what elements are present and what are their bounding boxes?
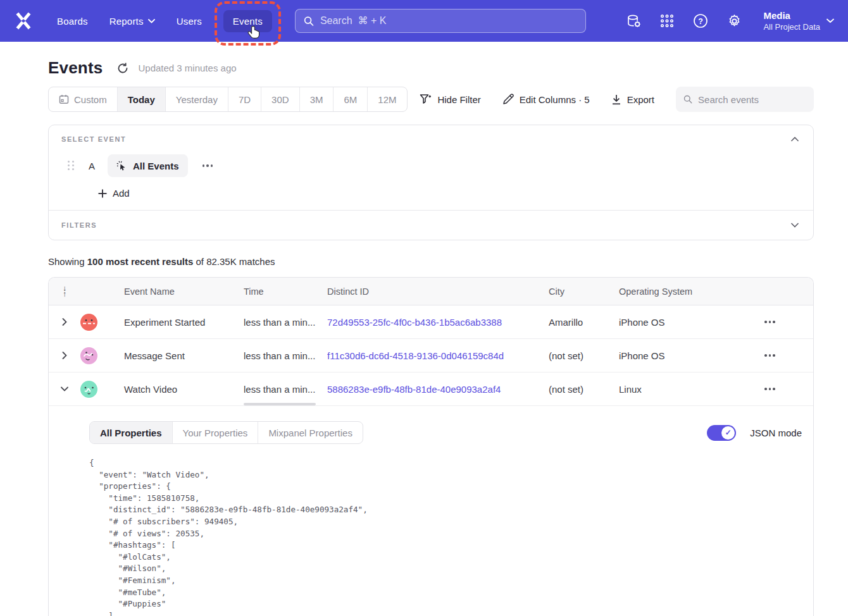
chevron-down-icon: [791, 223, 799, 228]
cell-time: less than a min...: [244, 350, 327, 361]
filters-section[interactable]: FILTERS: [49, 210, 813, 240]
global-search-input[interactable]: [320, 15, 577, 27]
table-row-expanded[interactable]: Watch Video less than a min... 5886283e-…: [49, 373, 813, 406]
hide-filter-button[interactable]: Hide Filter: [420, 94, 480, 105]
date-range-custom[interactable]: Custom: [49, 87, 117, 111]
tab-all-properties[interactable]: All Properties: [90, 422, 172, 443]
table-toolbar: Hide Filter Edit Columns · 5 Export: [420, 87, 814, 112]
event-json-view: { "event": "Watch Video", "properties": …: [89, 457, 802, 616]
primary-nav: Boards Reports Users Events: [57, 10, 272, 32]
column-header-event-name[interactable]: Event Name: [124, 286, 244, 297]
column-header-distinct-id[interactable]: Distinct ID: [327, 286, 549, 297]
expand-row-button[interactable]: [62, 318, 67, 326]
date-range-yesterday[interactable]: Yesterday: [165, 87, 228, 111]
chevron-right-icon: [62, 352, 67, 359]
global-search[interactable]: [295, 9, 586, 33]
cell-time: less than a min...: [244, 317, 327, 328]
event-selector-chip[interactable]: All Events: [108, 154, 188, 177]
event-row-menu-button[interactable]: [199, 161, 217, 171]
cell-city: Amarillo: [549, 317, 619, 328]
nav-item-boards[interactable]: Boards: [57, 16, 88, 27]
date-range-6m[interactable]: 6M: [333, 87, 367, 111]
cell-event-name: Message Sent: [124, 350, 244, 361]
magic-cursor-icon: [116, 161, 127, 171]
search-events-input[interactable]: [698, 94, 806, 105]
project-name: Media: [763, 9, 820, 22]
pencil-icon: [502, 94, 514, 105]
collapse-section-button[interactable]: [789, 133, 801, 145]
project-switcher[interactable]: Media All Project Data: [763, 9, 834, 32]
date-range-label: 30D: [271, 94, 289, 105]
expand-filters-button[interactable]: [789, 219, 801, 231]
date-range-7d[interactable]: 7D: [228, 87, 261, 111]
tab-your-properties[interactable]: Your Properties: [172, 422, 258, 443]
column-header-city[interactable]: City: [549, 286, 619, 297]
sort-icon[interactable]: ↓↑: [63, 286, 66, 297]
expand-row-button[interactable]: [62, 352, 67, 359]
summary-count: 100 most recent results: [87, 256, 194, 267]
date-range-today[interactable]: Today: [117, 87, 165, 111]
refresh-icon[interactable]: [116, 62, 129, 75]
nav-item-label: Events: [233, 16, 263, 27]
cell-city: (not set): [549, 384, 619, 395]
event-avatar: [80, 381, 97, 398]
nav-item-reports[interactable]: Reports: [109, 16, 155, 27]
search-icon: [683, 94, 692, 104]
table-row[interactable]: Experiment Started less than a min... 72…: [49, 305, 813, 339]
download-icon: [611, 94, 621, 105]
tab-mixpanel-properties[interactable]: Mixpanel Properties: [258, 422, 363, 443]
add-event-button[interactable]: Add: [98, 188, 130, 199]
edit-columns-label: Edit Columns · 5: [520, 94, 590, 105]
cell-os: iPhone OS: [619, 317, 756, 328]
mixpanel-logo-icon[interactable]: [14, 11, 33, 30]
apps-grid-icon[interactable]: [659, 13, 675, 29]
date-range-label: 6M: [344, 94, 357, 105]
horizontal-scrollbar-thumb[interactable]: [244, 403, 316, 405]
export-label: Export: [627, 94, 654, 105]
svg-text:?: ?: [699, 17, 704, 26]
chevron-up-icon: [791, 137, 799, 142]
row-menu-button[interactable]: [761, 384, 779, 394]
hide-filter-label: Hide Filter: [437, 94, 480, 105]
event-avatar: [80, 314, 97, 331]
cell-time: less than a min...: [244, 384, 327, 395]
filters-label: FILTERS: [61, 221, 97, 229]
query-builder-card: SELECT EVENT A: [48, 125, 814, 240]
cell-distinct-id[interactable]: 5886283e-e9fb-48fb-81de-40e9093a2af4: [327, 384, 549, 395]
nav-item-users[interactable]: Users: [177, 16, 202, 27]
add-label: Add: [113, 188, 130, 199]
nav-item-events[interactable]: Events: [223, 10, 272, 32]
date-range-label: 3M: [310, 94, 323, 105]
settings-gear-icon[interactable]: [726, 13, 742, 29]
export-button[interactable]: Export: [611, 94, 654, 105]
drag-handle[interactable]: [68, 161, 75, 171]
filter-funnel-icon: [420, 94, 432, 105]
date-range-12m[interactable]: 12M: [367, 87, 406, 111]
select-event-label: SELECT EVENT: [61, 135, 126, 143]
row-menu-button[interactable]: [761, 317, 779, 327]
table-row[interactable]: Message Sent less than a min... f11c30d6…: [49, 339, 813, 373]
column-header-time[interactable]: Time: [244, 286, 327, 297]
chevron-down-icon: [826, 18, 834, 23]
cell-distinct-id[interactable]: 72d49553-25fc-4f0c-b436-1b5ac6ab3388: [327, 317, 549, 328]
face-doodle-icon: [80, 347, 97, 364]
hand-cursor-icon: [247, 25, 261, 42]
cell-os: iPhone OS: [619, 350, 756, 361]
chevron-down-icon: [148, 19, 155, 23]
date-range-30d[interactable]: 30D: [261, 87, 299, 111]
column-header-os[interactable]: Operating System: [619, 286, 756, 297]
edit-columns-button[interactable]: Edit Columns · 5: [502, 94, 590, 105]
top-nav: Boards Reports Users Events: [0, 0, 848, 42]
json-mode-control: ✓ JSON mode: [707, 425, 802, 441]
date-range-label: Today: [128, 94, 155, 105]
help-icon[interactable]: ?: [692, 13, 709, 29]
search-events-box[interactable]: [676, 87, 814, 112]
properties-tabs: All Properties Your Properties Mixpanel …: [89, 421, 363, 444]
cell-distinct-id[interactable]: f11c30d6-dc6d-4518-9136-0d046159c84d: [327, 350, 549, 361]
date-range-3m[interactable]: 3M: [299, 87, 334, 111]
json-mode-label: JSON mode: [750, 428, 802, 438]
json-mode-toggle[interactable]: ✓: [707, 425, 736, 441]
data-management-icon[interactable]: [625, 13, 642, 29]
collapse-row-button[interactable]: [61, 386, 68, 391]
row-menu-button[interactable]: [761, 350, 779, 360]
